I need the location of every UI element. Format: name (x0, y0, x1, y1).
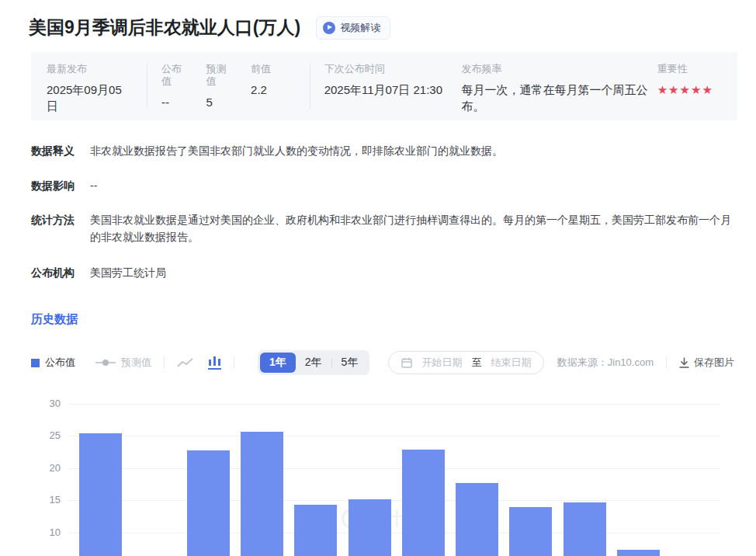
divider (164, 356, 165, 369)
importance-stars: ★★★★★ (657, 83, 722, 96)
y-tick-label: 15 (50, 493, 61, 507)
line-chart-icon (177, 357, 194, 369)
bar-chart-icon (209, 360, 211, 366)
frequency-label: 发布频率 (462, 63, 657, 75)
chart-bar (564, 502, 606, 556)
chart-plot: 金十数据 (68, 391, 720, 556)
impact-content: -- (90, 177, 733, 194)
calendar-icon (401, 357, 412, 368)
previous-field: 前值 2.2 (251, 63, 296, 109)
y-tick-label: 10 (50, 526, 61, 540)
chart-bar (509, 507, 552, 556)
agency-label: 公布机构 (31, 264, 90, 281)
download-icon (679, 357, 689, 368)
video-explain-label: 视频解读 (340, 21, 380, 35)
y-tick-label: 25 (50, 429, 61, 443)
page-title: 美国9月季调后非农就业人口(万人) (29, 16, 300, 40)
definition-label: 数据释义 (31, 142, 90, 159)
frequency-value: 每月一次，通常在每月第一个周五公布。 (462, 82, 657, 114)
chart-y-axis: 30252015105 (31, 391, 61, 556)
chart-bar (187, 450, 230, 556)
divider (666, 356, 667, 369)
published-series-swatch (31, 359, 40, 367)
chart-bar (294, 505, 337, 556)
bar-chart-toggle[interactable] (208, 356, 221, 370)
y-tick-label: 30 (50, 397, 61, 411)
agency-content: 美国劳工统计局 (90, 264, 733, 281)
definition-content: 非农就业数据报告了美国非农部门就业人数的变动情况，即排除农业部门的就业数据。 (90, 142, 733, 159)
previous-value: 2.2 (251, 82, 296, 98)
methodology-label: 统计方法 (31, 211, 90, 245)
line-chart-toggle[interactable] (177, 357, 194, 369)
gridline (68, 500, 720, 501)
divider (147, 63, 147, 109)
methodology-content: 美国非农就业数据是通过对美国的企业、政府机构和非农业部门进行抽样调查得出的。每月… (90, 211, 733, 245)
frequency-field: 发布频率 每月一次，通常在每月第一个周五公布。 (462, 63, 657, 109)
published-field: 公布值 -- (161, 63, 206, 109)
importance-label: 重要性 (657, 63, 722, 75)
impact-label: 数据影响 (31, 177, 90, 194)
toolbar-right-group: 数据来源：Jin10.com 保存图片 (557, 356, 734, 370)
definition-row: 数据释义 非农就业数据报告了美国非农部门就业人数的变动情况，即排除农业部门的就业… (0, 142, 756, 159)
bar-chart-icon (213, 356, 216, 366)
legend-published[interactable]: 公布值 (31, 356, 75, 370)
date-range-to-label: 至 (471, 356, 481, 370)
next-release-field: 下次公布时间 2025年11月07日 21:30 (324, 63, 445, 109)
legend-forecast[interactable]: 预测值 (95, 356, 151, 370)
y-tick-label: 20 (50, 461, 61, 475)
next-release-label: 下次公布时间 (324, 63, 445, 75)
chart-bar (241, 432, 283, 556)
forecast-field: 预测值 5 (206, 63, 251, 109)
save-image-label: 保存图片 (694, 356, 734, 370)
gridline (68, 468, 720, 469)
chart-bar (349, 499, 391, 556)
agency-row: 公布机构 美国劳工统计局 (0, 264, 756, 281)
tab-2-year[interactable]: 2年 (296, 353, 331, 373)
chart-bar (402, 450, 445, 556)
start-date-input[interactable]: 开始日期 (421, 356, 462, 370)
previous-label: 前值 (251, 63, 276, 75)
history-section-title: 历史数据 (31, 312, 756, 327)
data-source-text: 数据来源：Jin10.com (557, 356, 654, 370)
importance-field: 重要性 ★★★★★ (657, 63, 722, 109)
divider (310, 63, 310, 109)
divider (234, 356, 234, 369)
forecast-label: 预测值 (206, 63, 231, 88)
chart-bar (617, 550, 660, 556)
next-release-value: 2025年11月07日 21:30 (324, 82, 445, 98)
chart-toolbar: 公布值 预测值 1年 2年 5年 开始日期 至 结束日期 数据来源：Jin10.… (0, 350, 756, 375)
published-value: -- (161, 94, 206, 110)
chart-bar (456, 483, 498, 556)
save-image-button[interactable]: 保存图片 (679, 356, 734, 370)
latest-release-value: 2025年09月05日 (47, 82, 133, 114)
forecast-series-marker (95, 360, 116, 366)
end-date-input[interactable]: 结束日期 (491, 356, 531, 370)
video-explain-button[interactable]: 视频解读 (316, 16, 390, 40)
published-label: 公布值 (161, 63, 186, 88)
date-range-picker[interactable]: 开始日期 至 结束日期 (388, 351, 544, 374)
gridline (68, 436, 720, 436)
impact-row: 数据影响 -- (0, 177, 756, 194)
gridline (68, 404, 720, 405)
legend-forecast-label: 预测值 (121, 356, 151, 370)
legend-published-label: 公布值 (45, 356, 75, 370)
indicator-info-bar: 最新发布 2025年09月05日 公布值 -- 预测值 5 前值 2.2 下次公… (31, 52, 737, 120)
bar-chart-icon (218, 359, 220, 366)
forecast-value: 5 (206, 94, 251, 110)
tab-1-year[interactable]: 1年 (260, 353, 296, 373)
play-icon (323, 22, 335, 34)
chart-bar (79, 433, 122, 556)
period-tabs: 1年 2年 5年 (258, 350, 369, 375)
history-bar-chart: 30252015105 金十数据 (0, 391, 756, 556)
latest-release-field: 最新发布 2025年09月05日 (47, 63, 133, 109)
tab-5-year[interactable]: 5年 (332, 353, 368, 373)
gridline (68, 533, 720, 533)
page-header: 美国9月季调后非农就业人口(万人) 视频解读 (0, 0, 756, 40)
methodology-row: 统计方法 美国非农就业数据是通过对美国的企业、政府机构和非农业部门进行抽样调查得… (0, 211, 756, 245)
latest-release-label: 最新发布 (47, 63, 133, 75)
